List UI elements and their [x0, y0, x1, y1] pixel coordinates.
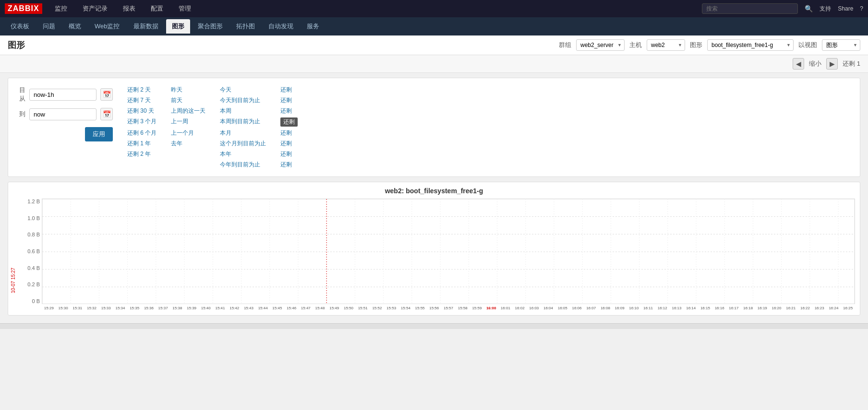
zoom-indicator: 还剩 1 [843, 59, 860, 68]
x-label: 15:44 [256, 306, 270, 310]
shortcut-r5[interactable]: 还剩 [280, 129, 298, 137]
shortcut-this-week[interactable]: 本周 [220, 107, 266, 115]
next-button[interactable]: ▶ [826, 58, 838, 70]
shortcut-this-month[interactable]: 本月 [220, 129, 266, 137]
x-label: 16:21 [784, 306, 798, 310]
shortcut-r4-active[interactable]: 还剩 [280, 117, 298, 127]
x-label: 15:32 [84, 306, 99, 310]
x-label: 15:52 [370, 306, 385, 310]
subnav-problems[interactable]: 问题 [37, 19, 61, 34]
shortcut-2years[interactable]: 还剩 2 年 [127, 150, 157, 158]
subnav-discovery[interactable]: 自动发现 [263, 19, 299, 34]
nav-admin[interactable]: 管理 [176, 2, 194, 15]
shortcut-r7[interactable]: 还剩 [280, 150, 298, 158]
nav-reports[interactable]: 报表 [120, 2, 138, 15]
to-label: 到 [16, 110, 25, 118]
search-icon[interactable]: 🔍 [805, 5, 813, 12]
shortcut-today-so-far[interactable]: 今天到目前为止 [220, 96, 266, 105]
x-label: 15:33 [99, 306, 113, 310]
shortcut-6months[interactable]: 还剩 6 个月 [127, 129, 157, 137]
x-label: 16:06 [570, 306, 584, 310]
shortcut-2days[interactable]: 还剩 2 天 [127, 86, 157, 94]
x-label-16: 16:00 [484, 306, 498, 310]
apply-button[interactable]: 应用 [85, 127, 113, 141]
x-label: 16:11 [641, 306, 655, 310]
shortcut-last-year[interactable]: 去年 [171, 140, 205, 148]
x-label: 15:29 [42, 306, 56, 310]
shortcut-this-day-last-week[interactable]: 上周的这一天 [171, 107, 205, 115]
help-link[interactable]: ? [860, 5, 863, 12]
shortcut-today[interactable]: 今天 [220, 86, 266, 94]
graph-select[interactable]: boot_filesystem_free1-g [707, 39, 794, 51]
y-label-3: 0.6 B [15, 248, 40, 254]
subnav-dashboard[interactable]: 仪表板 [5, 19, 35, 34]
shortcut-1year[interactable]: 还剩 1 年 [127, 140, 157, 148]
subnav-overview[interactable]: 概览 [63, 19, 87, 34]
shortcut-r2[interactable]: 还剩 [280, 96, 298, 105]
nav-monitoring[interactable]: 监控 [52, 2, 70, 15]
share-link[interactable]: Share [838, 5, 853, 12]
to-calendar-icon[interactable]: 📅 [100, 108, 113, 120]
subnav-services[interactable]: 服务 [301, 19, 325, 34]
nav-config[interactable]: 配置 [148, 2, 166, 15]
search-input[interactable] [702, 3, 798, 14]
shortcut-daybeforeyesterday[interactable]: 前天 [171, 96, 205, 105]
support-link[interactable]: 支持 [820, 5, 831, 13]
x-label: 16:23 [812, 306, 827, 310]
shortcut-3months[interactable]: 还剩 3 个月 [127, 117, 157, 127]
to-input[interactable] [29, 108, 96, 120]
x-label: 16:19 [755, 306, 770, 310]
x-label: 15:40 [199, 306, 213, 310]
subnav-maps[interactable]: 拓扑图 [230, 19, 261, 34]
x-label: 15:36 [142, 306, 156, 310]
prev-button[interactable]: ◀ [793, 58, 804, 70]
view-select[interactable]: 图形 [822, 39, 860, 51]
shortcut-year-so-far[interactable]: 今年到目前为止 [220, 161, 266, 169]
main-content: 目从 📅 到 📅 应用 还剩 2 天 昨天 今天 还剩 还剩 7 天 前天 今天… [0, 73, 868, 320]
shortcut-30days[interactable]: 还剩 30 天 [127, 107, 157, 115]
nav-assets[interactable]: 资产记录 [80, 2, 110, 15]
y-label-2: 0.8 B [15, 232, 40, 237]
shortcut-r3[interactable]: 还剩 [280, 107, 298, 115]
x-label: 15:38 [170, 306, 184, 310]
subnav-screens[interactable]: 聚合图形 [192, 19, 229, 34]
x-label: 16:10 [627, 306, 641, 310]
x-label: 15:55 [413, 306, 427, 310]
shrink-label: 缩小 [809, 59, 821, 68]
group-select[interactable]: web2_server [576, 39, 625, 51]
shortcut-prev-week[interactable]: 上一周 [171, 117, 205, 127]
host-label: 主机 [629, 41, 642, 49]
group-select-wrapper: web2_server [576, 39, 625, 51]
x-label: 15:30 [56, 306, 71, 310]
subnav-web[interactable]: Web监控 [89, 19, 126, 34]
shortcut-r6[interactable]: 还剩 [280, 140, 298, 148]
x-label: 15:53 [384, 306, 398, 310]
x-label: 16:04 [541, 306, 555, 310]
subnav-latest[interactable]: 最新数据 [128, 19, 164, 34]
shortcut-week-so-far[interactable]: 本周到目前为止 [220, 117, 266, 127]
x-label: 16:18 [741, 306, 755, 310]
shortcut-prev-month[interactable]: 上一个月 [171, 129, 205, 137]
x-label: 16:02 [513, 306, 527, 310]
x-label: 16:22 [798, 306, 812, 310]
shortcut-7days[interactable]: 还剩 7 天 [127, 96, 157, 105]
x-label: 16:01 [498, 306, 513, 310]
page-title: 图形 [8, 39, 25, 51]
subnav-graphs[interactable]: 图形 [166, 19, 190, 34]
bottom-scrollbar[interactable] [0, 323, 868, 329]
x-label: 16:08 [598, 306, 613, 310]
page-header: 图形 群组 web2_server 主机 web2 图形 boot_filesy… [0, 35, 868, 55]
shortcut-r1[interactable]: 还剩 [280, 86, 298, 94]
view-label: 以视图 [798, 41, 817, 49]
shortcuts-panel: 还剩 2 天 昨天 今天 还剩 还剩 7 天 前天 今天到目前为止 还剩 还剩 … [127, 86, 298, 169]
x-label: 15:48 [313, 306, 327, 310]
from-calendar-icon[interactable]: 📅 [100, 88, 113, 101]
shortcut-r8[interactable]: 还剩 [280, 161, 298, 169]
x-label: 16:14 [684, 306, 698, 310]
chart-title: web2: boot_filesystem_free1-g [8, 187, 860, 195]
host-select[interactable]: web2 [647, 39, 685, 51]
from-input[interactable] [29, 89, 96, 101]
shortcut-this-year[interactable]: 本年 [220, 150, 266, 158]
shortcut-yesterday[interactable]: 昨天 [171, 86, 205, 94]
shortcut-month-so-far[interactable]: 这个月到目前为止 [220, 140, 266, 148]
